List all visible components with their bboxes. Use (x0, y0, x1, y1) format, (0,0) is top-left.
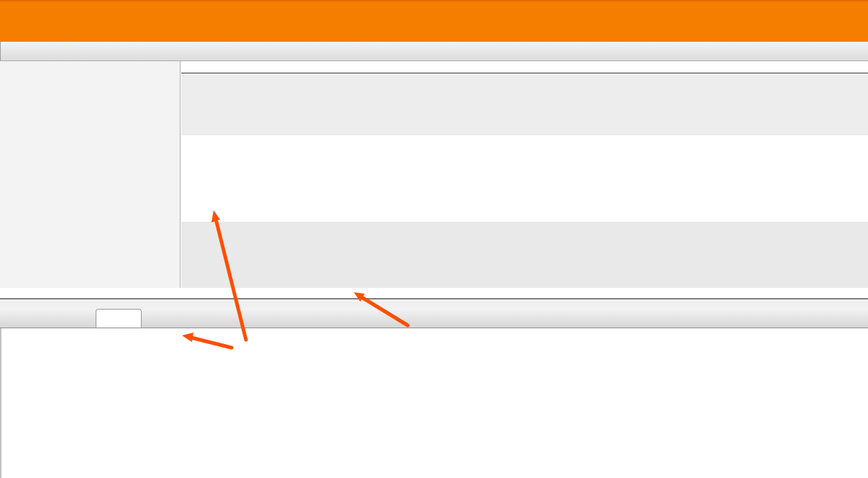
detail-panel-body (0, 328, 868, 478)
track-sidebar (0, 61, 181, 293)
arrow-2-long-head-icon (211, 210, 220, 222)
panel-splitter[interactable] (0, 288, 868, 308)
trace-viewer-page: { "banner": {"color": "#F57E00"}, "heade… (0, 0, 868, 478)
time-ruler (181, 61, 868, 73)
getnext-track-background (181, 222, 868, 288)
timeline-empty-area (181, 74, 868, 135)
tab-slice[interactable] (96, 309, 142, 328)
trace-view-header (0, 42, 868, 61)
top-orange-banner (0, 0, 868, 42)
detail-panel-header (0, 308, 868, 328)
